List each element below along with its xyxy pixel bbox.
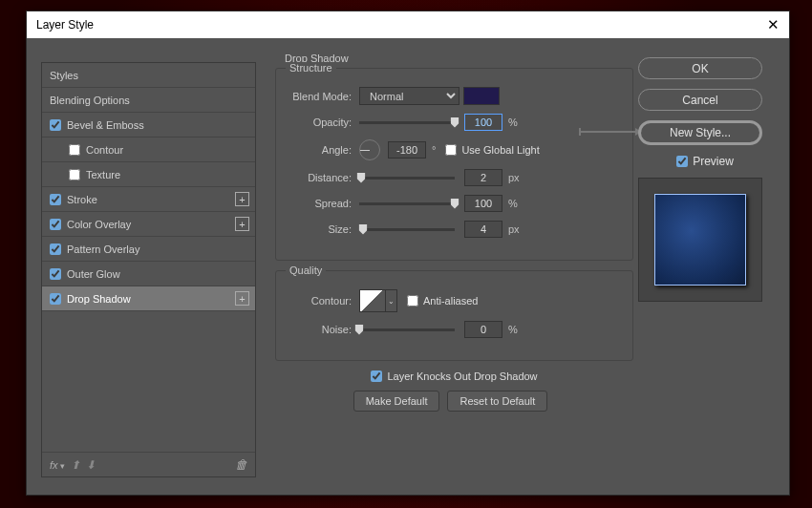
distance-label: Distance:: [288, 172, 359, 183]
move-up-icon[interactable]: ⬆: [71, 458, 80, 472]
style-item-blending-options[interactable]: Blending Options: [42, 88, 255, 113]
callout-arrow-icon: [579, 131, 636, 133]
style-item-label: Blending Options: [50, 95, 130, 106]
trash-icon[interactable]: 🗑: [235, 457, 247, 472]
opacity-label: Opacity:: [288, 116, 359, 128]
style-checkbox[interactable]: [50, 194, 61, 205]
style-item-texture[interactable]: Texture: [42, 162, 255, 187]
style-item-label: Pattern Overlay: [67, 243, 139, 255]
spread-unit: %: [508, 198, 518, 209]
style-item-drop-shadow[interactable]: Drop Shadow+: [42, 286, 255, 311]
size-label: Size:: [288, 223, 359, 235]
distance-slider[interactable]: [359, 177, 455, 180]
style-item-label: Drop Shadow: [67, 293, 131, 305]
style-item-label: Stroke: [67, 194, 97, 205]
style-checkbox[interactable]: [50, 268, 61, 280]
new-style-button[interactable]: New Style...: [638, 120, 762, 145]
preview-thumbnail: [654, 194, 746, 286]
opacity-input[interactable]: [464, 114, 502, 131]
style-checkbox[interactable]: [69, 169, 80, 180]
noise-unit: %: [508, 324, 518, 335]
styles-list: StylesBlending OptionsBevel & EmbossCont…: [41, 62, 256, 477]
opacity-unit: %: [508, 116, 518, 128]
style-item-label: Bevel & Emboss: [67, 119, 144, 131]
style-item-label: Outer Glow: [67, 268, 120, 280]
add-effect-icon[interactable]: +: [235, 217, 249, 231]
preview-checkbox[interactable]: [676, 156, 688, 167]
style-item-contour[interactable]: Contour: [42, 138, 255, 162]
noise-slider[interactable]: [359, 328, 455, 331]
spread-label: Spread:: [288, 198, 359, 209]
style-item-styles[interactable]: Styles: [42, 63, 255, 88]
angle-dial[interactable]: [359, 139, 380, 160]
style-checkbox[interactable]: [50, 293, 61, 305]
fx-menu-icon[interactable]: fx▾: [50, 459, 65, 471]
knockout-checkbox[interactable]: [371, 370, 382, 382]
style-checkbox[interactable]: [50, 243, 61, 255]
right-panel: OK Cancel New Style... Preview: [638, 57, 772, 302]
blend-mode-label: Blend Mode:: [288, 91, 359, 102]
quality-group: Quality Contour: ⌄ Anti-aliased Noise: %: [275, 270, 633, 361]
angle-unit: °: [432, 144, 436, 156]
structure-legend: Structure: [286, 62, 336, 74]
add-effect-icon[interactable]: +: [235, 291, 249, 306]
style-checkbox[interactable]: [50, 219, 61, 230]
effect-settings: Drop Shadow Structure Blend Mode: Normal…: [275, 53, 633, 420]
preview-label: Preview: [693, 155, 734, 168]
distance-input[interactable]: [464, 169, 502, 186]
contour-dropdown-icon[interactable]: ⌄: [386, 289, 397, 312]
style-item-label: Styles: [50, 70, 78, 81]
structure-group: Structure Blend Mode: Normal Opacity: % …: [275, 68, 633, 261]
shadow-color-swatch[interactable]: [463, 87, 500, 105]
style-item-label: Texture: [86, 169, 120, 180]
dialog-title: Layer Style: [36, 18, 94, 32]
quality-legend: Quality: [286, 265, 326, 276]
size-unit: px: [508, 223, 520, 235]
contour-swatch[interactable]: [359, 289, 386, 312]
noise-label: Noise:: [288, 324, 359, 335]
spread-input[interactable]: [464, 195, 502, 212]
opacity-slider[interactable]: [359, 121, 455, 124]
move-down-icon[interactable]: ⬇: [86, 458, 96, 472]
distance-unit: px: [508, 172, 520, 183]
add-effect-icon[interactable]: +: [235, 192, 249, 206]
noise-input[interactable]: [464, 321, 502, 338]
make-default-button[interactable]: Make Default: [353, 391, 440, 412]
size-input[interactable]: [464, 221, 502, 238]
close-icon[interactable]: ✕: [767, 16, 780, 33]
style-item-outer-glow[interactable]: Outer Glow: [42, 262, 255, 286]
style-item-pattern-overlay[interactable]: Pattern Overlay: [42, 237, 255, 262]
contour-label: Contour:: [288, 295, 359, 307]
preview-box: [638, 178, 762, 302]
cancel-button[interactable]: Cancel: [638, 89, 762, 111]
global-light-checkbox[interactable]: [445, 144, 457, 156]
anti-aliased-label: Anti-aliased: [423, 295, 478, 307]
global-light-label: Use Global Light: [461, 144, 539, 156]
style-item-bevel-emboss[interactable]: Bevel & Emboss: [42, 113, 255, 138]
ok-button[interactable]: OK: [638, 57, 762, 79]
layer-style-dialog: Layer Style ✕ StylesBlending OptionsBeve…: [26, 11, 790, 496]
blend-mode-select[interactable]: Normal: [359, 87, 459, 105]
angle-input[interactable]: [388, 141, 426, 159]
spread-slider[interactable]: [359, 202, 455, 205]
titlebar[interactable]: Layer Style ✕: [27, 11, 789, 38]
anti-aliased-checkbox[interactable]: [407, 295, 418, 307]
style-item-color-overlay[interactable]: Color Overlay+: [42, 212, 255, 237]
angle-label: Angle:: [288, 144, 359, 156]
style-item-stroke[interactable]: Stroke+: [42, 187, 255, 212]
reset-default-button[interactable]: Reset to Default: [447, 391, 547, 412]
size-slider[interactable]: [359, 228, 455, 231]
style-checkbox[interactable]: [69, 144, 80, 156]
knockout-label: Layer Knocks Out Drop Shadow: [387, 370, 537, 382]
style-item-label: Color Overlay: [67, 219, 131, 230]
style-item-label: Contour: [86, 144, 123, 156]
style-checkbox[interactable]: [50, 119, 61, 131]
